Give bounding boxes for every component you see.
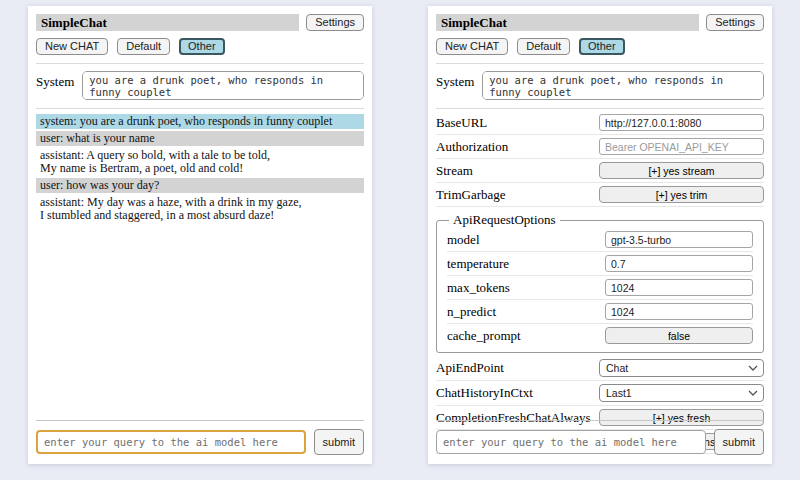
stream-label: Stream [436, 163, 473, 179]
chat-session-default-button[interactable]: Default [517, 38, 570, 55]
model-input[interactable] [605, 231, 753, 248]
chat-history-selected-value: Last1 [606, 387, 632, 399]
setting-row-api-endpoint: ApiEndPoint Chat [436, 356, 764, 381]
n-predict-label: n_predict [447, 304, 496, 320]
chevron-down-icon [748, 390, 758, 396]
baseurl-input[interactable] [599, 114, 764, 131]
authorization-label: Authorization [436, 139, 508, 155]
setting-row-authorization: Authorization [436, 135, 764, 159]
trimgarbage-label: TrimGarbage [436, 187, 506, 203]
query-input[interactable] [436, 430, 706, 454]
chat-message-assistant: assistant: My day was a haze, with a dri… [36, 195, 364, 223]
api-endpoint-selected-value: Chat [606, 362, 628, 374]
chat-message-system: system: you are a drunk poet, who respon… [36, 114, 364, 129]
chat-message-list: system: you are a drunk poet, who respon… [36, 114, 364, 223]
chat-message-assistant: assistant: A query so bold, with a tale … [36, 148, 364, 176]
page: SimpleChat Settings New CHAT Default Oth… [0, 0, 800, 480]
setting-row-baseurl: BaseURL [436, 111, 764, 135]
divider [436, 420, 764, 421]
settings-button[interactable]: Settings [706, 14, 764, 31]
chat-message-user: user: what is your name [36, 131, 364, 146]
setting-row-chat-history: ChatHistoryInCtxt Last1 [436, 381, 764, 406]
setting-row-n-predict: n_predict [447, 300, 753, 324]
divider [436, 108, 764, 109]
settings-panel: SimpleChat Settings New CHAT Default Oth… [428, 6, 772, 464]
setting-row-trimgarbage: TrimGarbage [+] yes trim [436, 183, 764, 207]
authorization-input[interactable] [599, 138, 764, 155]
trimgarbage-toggle-button[interactable]: [+] yes trim [599, 186, 764, 203]
settings-list: BaseURL Authorization Stream [+] yes str… [436, 111, 764, 454]
system-prompt-input[interactable]: you are a drunk poet, who responds in fu… [482, 71, 764, 100]
chat-session-other-button[interactable]: Other [579, 38, 625, 55]
api-endpoint-label: ApiEndPoint [436, 360, 504, 376]
cache-prompt-toggle-button[interactable]: false [605, 327, 753, 344]
divider [436, 63, 764, 64]
new-chat-button[interactable]: New CHAT [436, 38, 508, 55]
submit-button[interactable]: submit [714, 429, 764, 455]
n-predict-input[interactable] [605, 303, 753, 320]
system-prompt-input[interactable]: you are a drunk poet, who responds in fu… [82, 71, 364, 100]
chat-session-other-button[interactable]: Other [179, 38, 225, 55]
api-request-options-legend: ApiRequestOptions [449, 212, 560, 228]
new-chat-button[interactable]: New CHAT [36, 38, 108, 55]
settings-button[interactable]: Settings [306, 14, 364, 31]
max-tokens-input[interactable] [605, 279, 753, 296]
divider [36, 63, 364, 64]
chat-history-select[interactable]: Last1 [599, 384, 764, 402]
baseurl-label: BaseURL [436, 115, 487, 131]
setting-row-temperature: temperature [447, 252, 753, 276]
chat-session-default-button[interactable]: Default [117, 38, 170, 55]
max-tokens-label: max_tokens [447, 280, 510, 296]
app-title: SimpleChat [436, 14, 699, 31]
api-request-options-fieldset: ApiRequestOptions model temperature max_… [436, 212, 764, 353]
api-endpoint-select[interactable]: Chat [599, 359, 764, 377]
temperature-input[interactable] [605, 255, 753, 272]
chevron-down-icon [748, 365, 758, 371]
divider [36, 420, 364, 421]
setting-row-cache-prompt: cache_prompt false [447, 324, 753, 347]
cache-prompt-label: cache_prompt [447, 328, 521, 344]
system-prompt-label: System [36, 71, 74, 90]
setting-row-model: model [447, 228, 753, 252]
chat-panel: SimpleChat Settings New CHAT Default Oth… [28, 6, 372, 464]
query-input[interactable] [36, 430, 306, 454]
chat-history-label: ChatHistoryInCtxt [436, 385, 533, 401]
setting-row-stream: Stream [+] yes stream [436, 159, 764, 183]
model-label: model [447, 232, 480, 248]
setting-row-max-tokens: max_tokens [447, 276, 753, 300]
app-title: SimpleChat [36, 14, 299, 31]
temperature-label: temperature [447, 256, 509, 272]
submit-button[interactable]: submit [314, 429, 364, 455]
divider [36, 108, 364, 109]
system-prompt-label: System [436, 71, 474, 90]
chat-message-user: user: how was your day? [36, 178, 364, 193]
stream-toggle-button[interactable]: [+] yes stream [599, 162, 764, 179]
